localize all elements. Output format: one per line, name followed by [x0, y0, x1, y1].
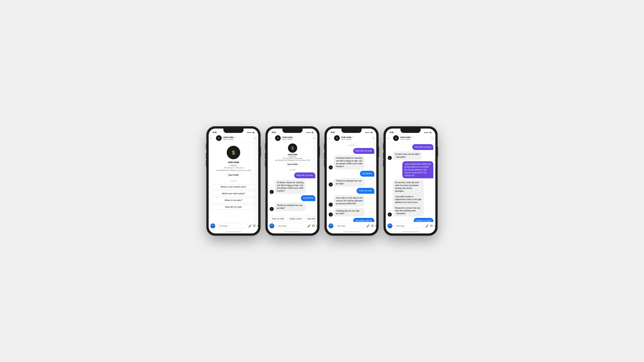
svg-text:$: $ — [389, 157, 390, 159]
message-input-3[interactable] — [335, 223, 365, 228]
msg-row-4-3: $ No worries! Looks like your order has … — [388, 180, 433, 217]
nav-name-2: club:soda ✓ › — [282, 136, 312, 138]
sticker-icon-3[interactable]: 😊 — [375, 224, 376, 228]
sticker-icon-4[interactable]: 😊 — [434, 224, 435, 228]
profile-platform-2: Instagram — [289, 156, 296, 158]
qr-initiate-return-2[interactable]: Initiate a return — [288, 217, 304, 221]
msg-row-3-5: $ Your order it on its way to 120 Unicor… — [329, 195, 374, 206]
view-profile-button-1[interactable]: View Profile — [226, 173, 242, 177]
camera-icon-2[interactable]: 📷 — [269, 223, 274, 228]
quick-replies-row-2: Track my order Initiate a return Chat wi… — [268, 215, 317, 222]
nav-avatar-3: $ — [334, 135, 340, 141]
svg-text:$: $ — [291, 146, 294, 150]
profile-since-1: You followed this Instagram account sinc… — [216, 169, 251, 171]
qr-nearest-store[interactable]: Where is your nearest store? — [211, 184, 256, 190]
view-profile-button-2[interactable]: View Profile — [284, 162, 300, 166]
wifi-icon-1: ▾ — [252, 132, 252, 133]
msg-row-2-1: $ Hi Shane, thanks for reaching out! We'… — [270, 180, 315, 194]
nav-sub-2: Tap for details — [282, 138, 312, 140]
timestamp-2: 9:41 AM — [270, 169, 315, 171]
battery-icon-4: ▮ — [430, 132, 431, 133]
bubble-4-2: I just realized that I added the wrong a… — [402, 161, 433, 178]
image-icon-4[interactable]: 🖼 — [430, 224, 433, 228]
qr-chat-with-2[interactable]: Chat with — [305, 217, 317, 221]
camera-icon-1[interactable]: 📷 — [210, 223, 215, 228]
timestamp-1: 9:41 AM — [211, 180, 256, 182]
camera-icon-3[interactable]: 📷 — [328, 223, 334, 228]
nav-info-2: club:soda ✓ › Tap for details — [282, 136, 312, 140]
input-bar-2: 📷 🎤 🖼 😊 — [268, 222, 317, 230]
profile-stats-2: 27K followers • 1041 posts — [282, 158, 302, 159]
verified-badge-1: ✓ — [234, 136, 235, 138]
video-icon-1[interactable]: □ — [254, 136, 256, 140]
mic-icon-2[interactable]: 🎤 — [307, 224, 310, 228]
image-icon-3[interactable]: 🖼 — [371, 224, 374, 228]
msg-avatar-3-1: $ — [329, 165, 333, 169]
sticker-icon-1[interactable]: 😊 — [257, 224, 258, 228]
sticker-icon-2[interactable]: 😊 — [316, 224, 317, 228]
bubble-3-2: #12345678 — [360, 171, 374, 177]
profile-since-2: You followed this Instagram account sinc… — [275, 159, 310, 161]
verified-badge-3: ✓ — [352, 136, 353, 138]
msg-row-4-2: I just realized that I added the wrong a… — [388, 161, 433, 178]
back-button-2[interactable]: ‹ — [270, 136, 274, 140]
bubble-3-6: Anything else we can help you with? — [334, 208, 365, 217]
bubble-3-1: Hi Shane thanks for reaching out! We're … — [334, 155, 365, 169]
chevron-right-4: › — [413, 136, 414, 138]
msg-avatar-4-1: $ — [388, 156, 392, 160]
nav-info-3: club:soda ✓ › Tap for details — [341, 136, 371, 140]
msg-avatar-3-3: $ — [329, 183, 333, 187]
bubble-4-4: Thanks so much! — [414, 218, 433, 222]
video-icon-3[interactable]: □ — [372, 136, 374, 140]
message-input-4[interactable] — [394, 223, 424, 228]
message-input-1[interactable] — [217, 223, 247, 228]
input-icons-1: 🎤 🖼 😊 — [248, 224, 258, 228]
notch-3 — [342, 129, 362, 133]
status-icons-1: ●●●● ▾ ▮ — [247, 132, 254, 133]
msg-row-3-3: $ Thanks for sharing! How can we help? — [329, 178, 374, 187]
time-2: 9:41 — [272, 131, 276, 134]
qr-track-order-2[interactable]: Track my order — [270, 217, 286, 221]
chat-area-1: $ club:soda Instagram 27K followers • 10… — [209, 142, 258, 222]
svg-text:$: $ — [330, 184, 331, 186]
msg-row-3-4: Track my order — [329, 188, 374, 194]
profile-avatar-preview-2: $ — [288, 143, 297, 153]
msg-row-3-2: #12345678 — [329, 171, 374, 177]
svg-text:$: $ — [389, 214, 390, 216]
back-button-4[interactable]: ‹ — [388, 136, 392, 140]
image-icon-1[interactable]: 🖼 — [253, 224, 256, 228]
svg-text:$: $ — [218, 137, 220, 139]
mic-icon-3[interactable]: 🎤 — [366, 224, 370, 228]
mic-icon-1[interactable]: 🎤 — [248, 224, 252, 228]
qr-help-order-1[interactable]: Help with my order — [211, 204, 256, 210]
input-bar-4: 📷 🎤 🖼 😊 — [386, 222, 435, 230]
back-button-1[interactable]: ‹ — [211, 136, 215, 140]
time-3: 9:41 — [331, 131, 335, 134]
svg-text:$: $ — [232, 149, 235, 156]
svg-text:$: $ — [330, 167, 331, 168]
bubble-3-4: Track my order — [356, 188, 374, 194]
video-icon-2[interactable]: □ — [314, 136, 315, 140]
qr-return-policy[interactable]: What's your return policy? — [211, 191, 256, 196]
msg-row-3-1: $ Hi Shane thanks for reaching out! We'r… — [329, 155, 374, 169]
input-icons-4: 🎤 🖼 😊 — [425, 224, 435, 228]
image-icon-2[interactable]: 🖼 — [312, 224, 314, 228]
msg-avatar-4-3: $ — [388, 213, 392, 217]
nav-avatar-1: $ — [216, 135, 222, 141]
profile-name-1: club:soda — [228, 161, 239, 164]
camera-icon-4[interactable]: 📷 — [388, 223, 392, 228]
mic-icon-4[interactable]: 🎤 — [425, 224, 429, 228]
message-input-2[interactable] — [276, 223, 306, 228]
notch-4 — [400, 129, 420, 133]
qr-where-order[interactable]: Where is my order? — [211, 198, 256, 203]
video-icon-4[interactable]: □ — [432, 136, 433, 140]
bubble-2-0: Help with my order — [294, 172, 315, 178]
phone-2: 9:41 ●●●● ▾ ▮ ‹ $ club:soda — [266, 126, 319, 236]
time-1: 9:41 — [213, 131, 217, 134]
msg-avatar-2-1: $ — [270, 190, 274, 194]
back-button-3[interactable]: ‹ — [329, 136, 333, 140]
battery-icon-3: ▮ — [371, 132, 372, 133]
msg-row-3-6: $ Anything else we can help you with? — [329, 208, 374, 217]
signal-icon-3: ●●●● — [365, 132, 369, 133]
input-bar-3: 📷 🎤 🖼 😊 — [327, 222, 376, 230]
